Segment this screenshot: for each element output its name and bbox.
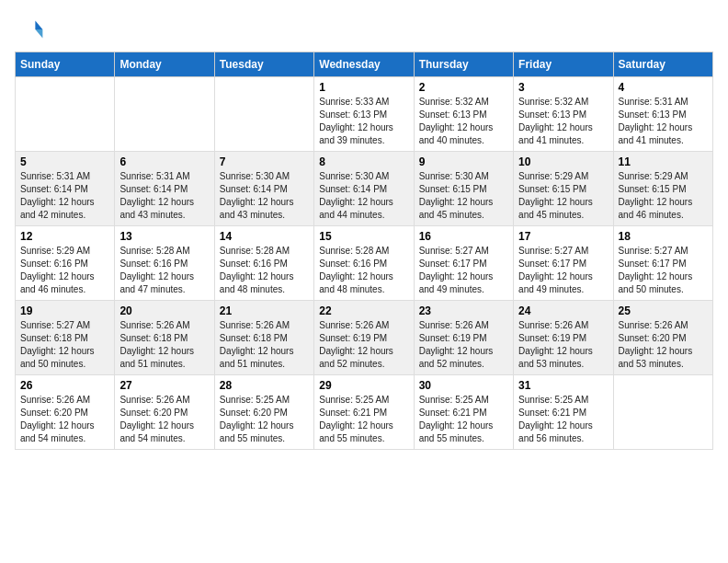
calendar-cell: 16Sunrise: 5:27 AMSunset: 6:17 PMDayligh…: [414, 226, 513, 301]
calendar-row-0: 1Sunrise: 5:33 AMSunset: 6:13 PMDaylight…: [16, 77, 713, 152]
calendar-cell: 31Sunrise: 5:25 AMSunset: 6:21 PMDayligh…: [514, 375, 613, 450]
calendar-cell: 26Sunrise: 5:26 AMSunset: 6:20 PMDayligh…: [16, 375, 115, 450]
day-number: 22: [319, 304, 408, 317]
day-number: 4: [619, 81, 708, 94]
day-info: Sunrise: 5:31 AMSunset: 6:14 PMDaylight:…: [20, 170, 109, 222]
day-info: Sunrise: 5:25 AMSunset: 6:20 PMDaylight:…: [220, 394, 309, 445]
day-info: Sunrise: 5:31 AMSunset: 6:14 PMDaylight:…: [119, 170, 209, 222]
svg-marker-1: [35, 29, 42, 39]
day-number: 27: [119, 379, 209, 392]
calendar-cell: 14Sunrise: 5:28 AMSunset: 6:16 PMDayligh…: [214, 226, 313, 301]
calendar-row-3: 19Sunrise: 5:27 AMSunset: 6:18 PMDayligh…: [16, 301, 713, 375]
day-info: Sunrise: 5:28 AMSunset: 6:16 PMDaylight:…: [319, 245, 408, 296]
day-info: Sunrise: 5:27 AMSunset: 6:17 PMDaylight:…: [518, 245, 608, 296]
day-info: Sunrise: 5:29 AMSunset: 6:15 PMDaylight:…: [619, 170, 708, 222]
calendar-cell: 29Sunrise: 5:25 AMSunset: 6:21 PMDayligh…: [314, 375, 414, 450]
day-info: Sunrise: 5:31 AMSunset: 6:13 PMDaylight:…: [619, 96, 708, 147]
day-info: Sunrise: 5:26 AMSunset: 6:19 PMDaylight:…: [419, 319, 508, 371]
day-info: Sunrise: 5:26 AMSunset: 6:20 PMDaylight:…: [20, 394, 109, 445]
calendar-cell: 17Sunrise: 5:27 AMSunset: 6:17 PMDayligh…: [514, 226, 613, 301]
calendar-cell: 11Sunrise: 5:29 AMSunset: 6:15 PMDayligh…: [613, 152, 712, 226]
day-number: 11: [619, 155, 708, 168]
calendar-cell: 22Sunrise: 5:26 AMSunset: 6:19 PMDayligh…: [314, 301, 414, 375]
day-number: 26: [20, 379, 109, 392]
calendar-cell: 28Sunrise: 5:25 AMSunset: 6:20 PMDayligh…: [214, 375, 313, 450]
day-info: Sunrise: 5:32 AMSunset: 6:13 PMDaylight:…: [518, 96, 608, 147]
day-info: Sunrise: 5:29 AMSunset: 6:16 PMDaylight:…: [20, 245, 109, 296]
day-number: 1: [319, 81, 408, 94]
weekday-header-saturday: Saturday: [613, 52, 712, 77]
page-header: [15, 15, 713, 44]
day-info: Sunrise: 5:28 AMSunset: 6:16 PMDaylight:…: [119, 245, 209, 296]
day-number: 15: [319, 230, 408, 243]
weekday-header-friday: Friday: [514, 52, 613, 77]
day-number: 8: [319, 155, 408, 168]
day-info: Sunrise: 5:30 AMSunset: 6:14 PMDaylight:…: [220, 170, 309, 222]
day-number: 23: [419, 304, 508, 317]
day-number: 12: [20, 230, 109, 243]
day-number: 25: [619, 304, 708, 317]
day-info: Sunrise: 5:26 AMSunset: 6:19 PMDaylight:…: [319, 319, 408, 371]
day-number: 17: [518, 230, 608, 243]
calendar-cell: 18Sunrise: 5:27 AMSunset: 6:17 PMDayligh…: [613, 226, 712, 301]
day-number: 19: [20, 304, 109, 317]
day-info: Sunrise: 5:26 AMSunset: 6:20 PMDaylight:…: [119, 394, 209, 445]
calendar-cell: [16, 77, 115, 152]
calendar-row-2: 12Sunrise: 5:29 AMSunset: 6:16 PMDayligh…: [16, 226, 713, 301]
calendar-cell: 12Sunrise: 5:29 AMSunset: 6:16 PMDayligh…: [16, 226, 115, 301]
day-number: 14: [220, 230, 309, 243]
day-info: Sunrise: 5:28 AMSunset: 6:16 PMDaylight:…: [220, 245, 309, 296]
day-number: 9: [419, 155, 508, 168]
day-info: Sunrise: 5:29 AMSunset: 6:15 PMDaylight:…: [518, 170, 608, 222]
day-info: Sunrise: 5:26 AMSunset: 6:18 PMDaylight:…: [119, 319, 209, 371]
day-number: 16: [419, 230, 508, 243]
calendar-cell: [214, 77, 313, 152]
calendar-cell: 20Sunrise: 5:26 AMSunset: 6:18 PMDayligh…: [115, 301, 214, 375]
calendar-header: SundayMondayTuesdayWednesdayThursdayFrid…: [16, 52, 713, 77]
calendar-cell: 25Sunrise: 5:26 AMSunset: 6:20 PMDayligh…: [613, 301, 712, 375]
calendar-cell: 13Sunrise: 5:28 AMSunset: 6:16 PMDayligh…: [115, 226, 214, 301]
calendar-row-1: 5Sunrise: 5:31 AMSunset: 6:14 PMDaylight…: [16, 152, 713, 226]
day-number: 28: [220, 379, 309, 392]
day-number: 30: [419, 379, 508, 392]
calendar-cell: 19Sunrise: 5:27 AMSunset: 6:18 PMDayligh…: [16, 301, 115, 375]
day-number: 29: [319, 379, 408, 392]
calendar-table: SundayMondayTuesdayWednesdayThursdayFrid…: [15, 52, 713, 450]
calendar-cell: 2Sunrise: 5:32 AMSunset: 6:13 PMDaylight…: [414, 77, 513, 152]
weekday-header-row: SundayMondayTuesdayWednesdayThursdayFrid…: [16, 52, 713, 77]
calendar-cell: 6Sunrise: 5:31 AMSunset: 6:14 PMDaylight…: [115, 152, 214, 226]
weekday-header-tuesday: Tuesday: [214, 52, 313, 77]
day-info: Sunrise: 5:27 AMSunset: 6:17 PMDaylight:…: [419, 245, 508, 296]
svg-marker-0: [35, 20, 42, 29]
day-info: Sunrise: 5:25 AMSunset: 6:21 PMDaylight:…: [518, 394, 608, 445]
day-info: Sunrise: 5:33 AMSunset: 6:13 PMDaylight:…: [319, 96, 408, 147]
calendar-row-4: 26Sunrise: 5:26 AMSunset: 6:20 PMDayligh…: [16, 375, 713, 450]
calendar-cell: [613, 375, 712, 450]
day-number: 24: [518, 304, 608, 317]
calendar-cell: 8Sunrise: 5:30 AMSunset: 6:14 PMDaylight…: [314, 152, 414, 226]
day-number: 3: [518, 81, 608, 94]
day-number: 6: [119, 155, 209, 168]
day-info: Sunrise: 5:27 AMSunset: 6:17 PMDaylight:…: [619, 245, 708, 296]
day-info: Sunrise: 5:30 AMSunset: 6:14 PMDaylight:…: [319, 170, 408, 222]
day-info: Sunrise: 5:26 AMSunset: 6:18 PMDaylight:…: [220, 319, 309, 371]
day-info: Sunrise: 5:25 AMSunset: 6:21 PMDaylight:…: [419, 394, 508, 445]
day-number: 10: [518, 155, 608, 168]
day-info: Sunrise: 5:30 AMSunset: 6:15 PMDaylight:…: [419, 170, 508, 222]
day-number: 5: [20, 155, 109, 168]
weekday-header-monday: Monday: [115, 52, 214, 77]
day-number: 2: [419, 81, 508, 94]
day-number: 18: [619, 230, 708, 243]
calendar-cell: 10Sunrise: 5:29 AMSunset: 6:15 PMDayligh…: [514, 152, 613, 226]
day-number: 7: [220, 155, 309, 168]
day-info: Sunrise: 5:32 AMSunset: 6:13 PMDaylight:…: [419, 96, 508, 147]
logo-icon: [15, 15, 44, 44]
day-info: Sunrise: 5:25 AMSunset: 6:21 PMDaylight:…: [319, 394, 408, 445]
day-info: Sunrise: 5:27 AMSunset: 6:18 PMDaylight:…: [20, 319, 109, 371]
weekday-header-thursday: Thursday: [414, 52, 513, 77]
calendar-cell: 27Sunrise: 5:26 AMSunset: 6:20 PMDayligh…: [115, 375, 214, 450]
calendar-cell: 3Sunrise: 5:32 AMSunset: 6:13 PMDaylight…: [514, 77, 613, 152]
calendar-cell: 23Sunrise: 5:26 AMSunset: 6:19 PMDayligh…: [414, 301, 513, 375]
weekday-header-wednesday: Wednesday: [314, 52, 414, 77]
calendar-cell: 9Sunrise: 5:30 AMSunset: 6:15 PMDaylight…: [414, 152, 513, 226]
